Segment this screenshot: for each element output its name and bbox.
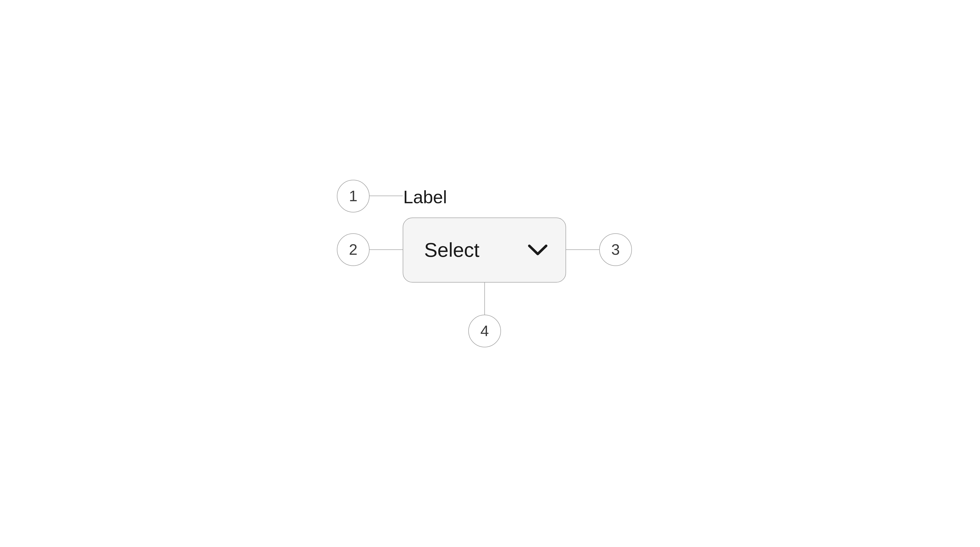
annotation-marker-2: 2	[337, 233, 369, 266]
annotation-marker-3: 3	[599, 233, 632, 266]
annotation-marker-1: 1	[337, 180, 369, 212]
field-label: Label	[403, 187, 447, 207]
chevron-down-icon	[528, 240, 548, 260]
connector-line	[566, 249, 599, 250]
annotation-marker-4: 4	[468, 315, 501, 347]
marker-number: 2	[349, 241, 357, 258]
select-anatomy-diagram: Label Select 1 2 3 4	[337, 184, 643, 363]
marker-number: 1	[349, 187, 357, 205]
connector-line	[484, 282, 485, 315]
connector-line	[369, 196, 403, 196]
marker-number: 3	[611, 241, 620, 258]
marker-number: 4	[480, 322, 489, 340]
connector-line	[369, 249, 403, 250]
select-dropdown[interactable]: Select	[403, 217, 566, 282]
select-placeholder-text: Select	[424, 238, 479, 262]
